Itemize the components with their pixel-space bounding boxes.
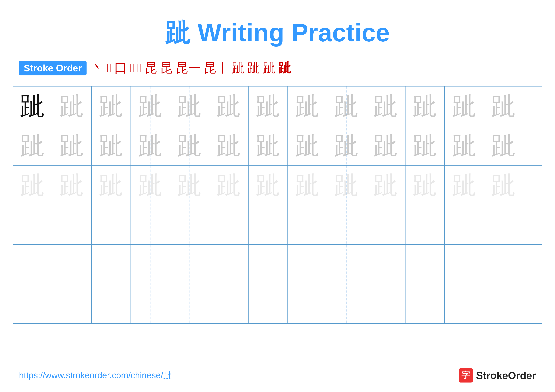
- grid-row-1: 跐 跐 跐 跐 跐 跐 跐 跐 跐 跐 跐 跐 跐: [13, 86, 542, 126]
- cell-3-3[interactable]: 跐: [92, 165, 131, 205]
- cell-4-10[interactable]: [366, 205, 405, 244]
- cell-6-7[interactable]: [248, 284, 288, 323]
- cell-5-9[interactable]: [327, 245, 366, 284]
- cell-2-4[interactable]: 跐: [131, 126, 170, 165]
- cell-6-8[interactable]: [288, 284, 327, 323]
- cell-1-13[interactable]: 跐: [484, 86, 523, 126]
- cell-1-12[interactable]: 跐: [445, 86, 484, 126]
- cell-3-7[interactable]: 跐: [248, 165, 288, 205]
- cell-2-1[interactable]: 跐: [13, 126, 52, 165]
- cell-5-1[interactable]: [13, 245, 52, 284]
- brand-name: StrokeOrder: [476, 370, 536, 381]
- cell-2-3[interactable]: 跐: [92, 126, 131, 165]
- brand-icon: 字: [459, 368, 473, 383]
- grid-row-6: [13, 284, 542, 323]
- cell-1-6[interactable]: 跐: [209, 86, 248, 126]
- grid-row-2: 跐 跐 跐 跐 跐 跐 跐 跐 跐 跐 跐 跐 跐: [13, 126, 542, 165]
- cell-1-9[interactable]: 跐: [327, 86, 366, 126]
- cell-4-4[interactable]: [131, 205, 170, 244]
- stroke-10: 跐: [232, 59, 245, 77]
- cell-6-6[interactable]: [209, 284, 248, 323]
- stroke-8: 昆一: [175, 59, 201, 77]
- cell-2-12[interactable]: 跐: [445, 126, 484, 165]
- cell-3-12[interactable]: 跐: [445, 165, 484, 205]
- cell-4-2[interactable]: [52, 205, 92, 244]
- cell-6-5[interactable]: [170, 284, 209, 323]
- cell-4-6[interactable]: [209, 205, 248, 244]
- cell-5-12[interactable]: [445, 245, 484, 284]
- cell-3-8[interactable]: 跐: [288, 165, 327, 205]
- cell-6-12[interactable]: [445, 284, 484, 323]
- cell-2-6[interactable]: 跐: [209, 126, 248, 165]
- cell-1-1[interactable]: 跐: [13, 86, 52, 126]
- cell-1-10[interactable]: 跐: [366, 86, 405, 126]
- cell-4-8[interactable]: [288, 205, 327, 244]
- cell-2-9[interactable]: 跐: [327, 126, 366, 165]
- cell-3-4[interactable]: 跐: [131, 165, 170, 205]
- cell-6-9[interactable]: [327, 284, 366, 323]
- cell-2-11[interactable]: 跐: [405, 126, 445, 165]
- stroke-3: 口: [114, 59, 127, 77]
- cell-5-6[interactable]: [209, 245, 248, 284]
- cell-5-4[interactable]: [131, 245, 170, 284]
- cell-2-13[interactable]: 跐: [484, 126, 523, 165]
- cell-6-10[interactable]: [366, 284, 405, 323]
- cell-3-1[interactable]: 跐: [13, 165, 52, 205]
- char-main: 跐: [20, 89, 45, 123]
- footer-url[interactable]: https://www.strokeorder.com/chinese/跐: [19, 370, 172, 381]
- stroke-5: 𠄍: [137, 61, 142, 75]
- cell-2-2[interactable]: 跐: [52, 126, 92, 165]
- cell-1-8[interactable]: 跐: [288, 86, 327, 126]
- cell-5-2[interactable]: [52, 245, 92, 284]
- practice-grid: 跐 跐 跐 跐 跐 跐 跐 跐 跐 跐 跐 跐 跐 跐 跐 跐 跐 跐 跐 跐 …: [13, 86, 542, 324]
- cell-6-1[interactable]: [13, 284, 52, 323]
- cell-2-5[interactable]: 跐: [170, 126, 209, 165]
- cell-1-2[interactable]: 跐: [52, 86, 92, 126]
- cell-3-9[interactable]: 跐: [327, 165, 366, 205]
- cell-2-8[interactable]: 跐: [288, 126, 327, 165]
- grid-row-3: 跐 跐 跐 跐 跐 跐 跐 跐 跐 跐 跐 跐 跐: [13, 165, 542, 205]
- cell-1-7[interactable]: 跐: [248, 86, 288, 126]
- cell-3-11[interactable]: 跐: [405, 165, 445, 205]
- cell-6-11[interactable]: [405, 284, 445, 323]
- cell-5-3[interactable]: [92, 245, 131, 284]
- stroke-9: 昆丨: [204, 59, 229, 77]
- cell-4-3[interactable]: [92, 205, 131, 244]
- cell-5-8[interactable]: [288, 245, 327, 284]
- cell-4-1[interactable]: [13, 205, 52, 244]
- stroke-13: 跐: [278, 59, 291, 77]
- stroke-1: 丶: [91, 59, 104, 77]
- cell-4-11[interactable]: [405, 205, 445, 244]
- cell-1-5[interactable]: 跐: [170, 86, 209, 126]
- cell-3-2[interactable]: 跐: [52, 165, 92, 205]
- cell-3-6[interactable]: 跐: [209, 165, 248, 205]
- cell-3-10[interactable]: 跐: [366, 165, 405, 205]
- cell-5-13[interactable]: [484, 245, 523, 284]
- cell-4-9[interactable]: [327, 205, 366, 244]
- cell-5-10[interactable]: [366, 245, 405, 284]
- cell-6-3[interactable]: [92, 284, 131, 323]
- stroke-2: 𠃍: [107, 61, 111, 75]
- cell-5-11[interactable]: [405, 245, 445, 284]
- cell-6-4[interactable]: [131, 284, 170, 323]
- cell-6-13[interactable]: [484, 284, 523, 323]
- stroke-11: 跐: [248, 59, 260, 77]
- footer-brand: 字 StrokeOrder: [459, 368, 536, 383]
- cell-1-4[interactable]: 跐: [131, 86, 170, 126]
- cell-5-5[interactable]: [170, 245, 209, 284]
- cell-3-13[interactable]: 跐: [484, 165, 523, 205]
- footer: https://www.strokeorder.com/chinese/跐 字 …: [0, 368, 555, 383]
- cell-4-12[interactable]: [445, 205, 484, 244]
- cell-1-11[interactable]: 跐: [405, 86, 445, 126]
- cell-2-10[interactable]: 跐: [366, 126, 405, 165]
- cell-3-5[interactable]: 跐: [170, 165, 209, 205]
- cell-4-7[interactable]: [248, 205, 288, 244]
- cell-4-5[interactable]: [170, 205, 209, 244]
- grid-row-5: [13, 245, 542, 284]
- cell-4-13[interactable]: [484, 205, 523, 244]
- cell-5-7[interactable]: [248, 245, 288, 284]
- cell-6-2[interactable]: [52, 284, 92, 323]
- cell-1-3[interactable]: 跐: [92, 86, 131, 126]
- stroke-order-row: Stroke Order 丶 𠃍 口 𠃏 𠄍 昆 昆 昆一 昆丨 跐 跐 跐 跐: [0, 59, 555, 86]
- cell-2-7[interactable]: 跐: [248, 126, 288, 165]
